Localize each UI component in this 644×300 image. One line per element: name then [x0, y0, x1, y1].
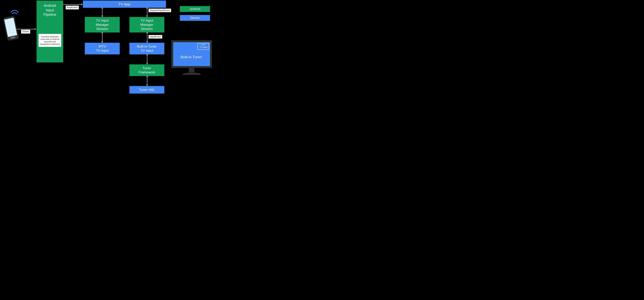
phone-icon — [3, 10, 22, 46]
arrowhead-tvapp-right-session-up — [146, 7, 148, 9]
arrowhead-tunerframework-tunerhal-up — [146, 75, 148, 77]
android-input-pipeline: Android Input Pipeline — [36, 1, 63, 62]
tuner-hal: Tuner HAL — [130, 86, 164, 93]
pipeline-title: Android Input Pipeline — [44, 3, 56, 17]
tv-input-manager-session-left: TV Input Manager Session — [85, 17, 120, 33]
arrowhead-pipeline-to-tvapp — [81, 4, 83, 6]
built-in-tuner-tv-input: Built-in-Tuner TV Input — [130, 43, 164, 54]
edge-label-dispatchinputevent: dispatchInputEvent — [148, 9, 171, 12]
arrowhead-left-session-iptv-up — [101, 32, 103, 33]
arrowhead-phone-to-pipeline — [35, 28, 36, 30]
svg-rect-5 — [189, 68, 194, 72]
tv-app: TV App — [83, 1, 166, 8]
arrowhead-builtin-tunerframework-up — [146, 54, 148, 55]
monitor-badge-label: IPTV TV Input — [198, 44, 209, 48]
pipeline-note: Converts hardware scancode to Android ke… — [38, 34, 61, 47]
arrow-builtin-tunerframework — [147, 54, 148, 64]
edge-label-driver: Driver — [21, 30, 30, 34]
iptv-tv-input: IPTV TV Input — [85, 43, 120, 54]
arrow-tvapp-right-session — [147, 8, 148, 16]
arrow-phone-to-pipeline — [17, 29, 35, 29]
monitor-main-label: Built-in Tuner — [174, 55, 208, 59]
arrowhead-tvapp-left-session-up — [101, 7, 103, 9]
edge-label-inputevent: InputEvent — [148, 35, 162, 39]
legend-android: Android — [180, 6, 210, 12]
tv-input-manager-session-right: TV Input Manager Session — [130, 17, 164, 33]
arrow-left-session-iptv — [102, 33, 102, 42]
tuner-framework: Tuner Framework — [130, 64, 164, 76]
arrow-pipeline-to-tvapp — [63, 4, 81, 5]
edge-label-keyevent: KeyEvent — [66, 6, 79, 10]
legend-device: Device — [180, 15, 210, 21]
arrow-tvapp-left-session — [102, 8, 102, 16]
arrowhead-right-session-builtin-up — [146, 32, 148, 33]
arrow-tunerframework-tunerhal — [147, 76, 148, 85]
arrow-right-session-builtin — [147, 33, 148, 42]
